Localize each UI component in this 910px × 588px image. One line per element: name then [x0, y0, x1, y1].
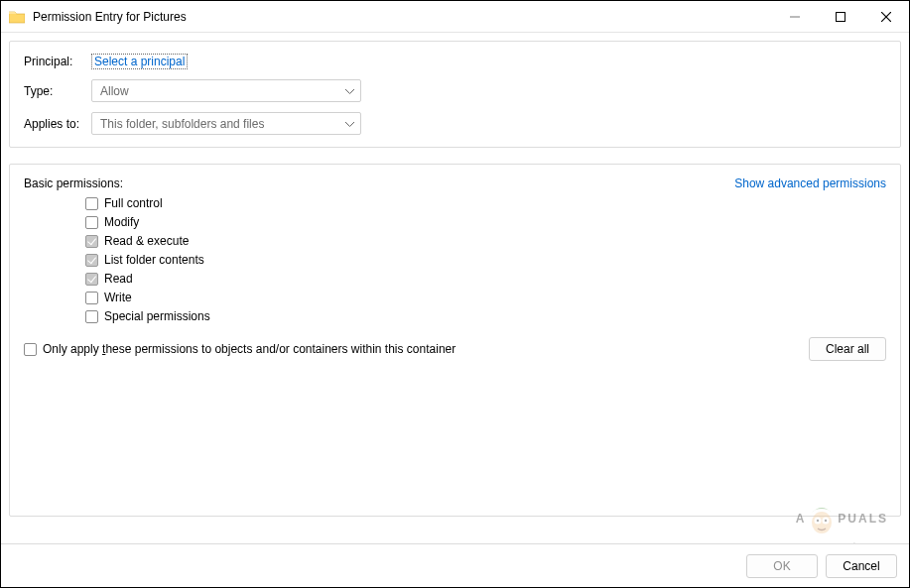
- window-title: Permission Entry for Pictures: [33, 10, 772, 24]
- chevron-down-icon: [345, 84, 354, 98]
- titlebar: Permission Entry for Pictures: [1, 1, 909, 33]
- permission-read[interactable]: Read: [85, 272, 886, 286]
- permissions-panel: Basic permissions: Show advanced permiss…: [9, 164, 901, 517]
- checkbox[interactable]: [85, 254, 98, 267]
- principal-panel: Principal: Select a principal Type: Allo…: [9, 41, 901, 148]
- basic-permissions-label: Basic permissions:: [24, 176, 123, 190]
- checkbox[interactable]: [85, 292, 98, 304]
- content-area: Principal: Select a principal Type: Allo…: [1, 33, 909, 543]
- chevron-down-icon: [345, 117, 354, 131]
- minimize-button[interactable]: [772, 1, 818, 33]
- permission-list-folder[interactable]: List folder contents: [85, 253, 886, 267]
- applies-to-dropdown[interactable]: This folder, subfolders and files: [91, 112, 361, 135]
- checkbox[interactable]: [24, 343, 37, 356]
- permission-label: Read: [104, 272, 133, 286]
- applies-to-label: Applies to:: [24, 117, 91, 131]
- permission-label: Full control: [104, 196, 163, 210]
- cancel-button[interactable]: Cancel: [826, 554, 897, 578]
- checkbox[interactable]: [85, 273, 98, 286]
- permission-label: List folder contents: [104, 253, 204, 267]
- permissions-list: Full control Modify Read & execute List …: [24, 196, 886, 323]
- checkbox[interactable]: [85, 310, 98, 323]
- dialog-footer: OK Cancel: [1, 543, 909, 587]
- select-principal-link[interactable]: Select a principal: [91, 54, 188, 69]
- only-apply-label: Only apply these permissions to objects …: [43, 342, 455, 356]
- permission-full-control[interactable]: Full control: [85, 196, 886, 210]
- type-value: Allow: [100, 84, 129, 98]
- permission-write[interactable]: Write: [85, 291, 886, 304]
- permission-label: Write: [104, 291, 132, 304]
- folder-icon: [9, 10, 25, 24]
- principal-label: Principal:: [24, 55, 91, 68]
- permission-label: Read & execute: [104, 234, 189, 248]
- clear-all-button[interactable]: Clear all: [809, 337, 886, 361]
- only-apply-checkbox-row[interactable]: Only apply these permissions to objects …: [24, 342, 455, 356]
- svg-rect-1: [837, 12, 845, 21]
- type-dropdown[interactable]: Allow: [91, 79, 361, 102]
- permission-special[interactable]: Special permissions: [85, 309, 886, 323]
- permission-modify[interactable]: Modify: [85, 215, 886, 229]
- close-button[interactable]: [863, 1, 909, 33]
- applies-to-value: This folder, subfolders and files: [100, 117, 264, 131]
- show-advanced-permissions-link[interactable]: Show advanced permissions: [734, 176, 886, 190]
- permission-read-execute[interactable]: Read & execute: [85, 234, 886, 248]
- checkbox[interactable]: [85, 197, 98, 210]
- type-label: Type:: [24, 84, 91, 98]
- checkbox[interactable]: [85, 235, 98, 248]
- checkbox[interactable]: [85, 216, 98, 229]
- permission-label: Modify: [104, 215, 139, 229]
- ok-button[interactable]: OK: [746, 554, 818, 578]
- maximize-button[interactable]: [818, 1, 863, 33]
- permission-label: Special permissions: [104, 309, 210, 323]
